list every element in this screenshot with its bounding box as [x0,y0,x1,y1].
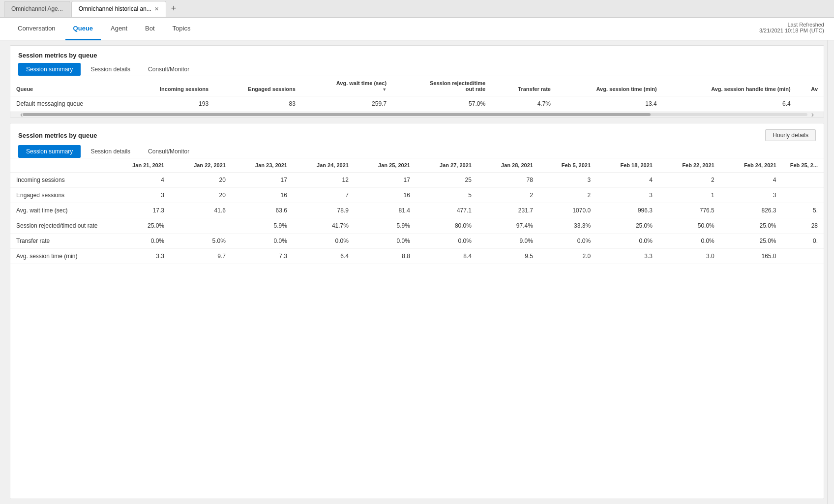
metric-cell-0-1: 20 [170,173,232,188]
col-avg-handle: Avg. session handle time (min) [663,76,797,96]
scroll-right-icon[interactable]: › [811,110,814,118]
metric-cell-4-9: 0.0% [658,234,720,249]
top-sub-tabs: Session summary Session details Consult/… [10,63,824,76]
metric-cell-5-6: 9.5 [477,249,539,264]
sub-tab-session-details-bottom[interactable]: Session details [83,145,138,158]
metric-cell-4-1: 5.0% [170,234,232,249]
metric-cell-1-11 [782,188,824,203]
cell-avg-handle: 6.4 [663,96,797,112]
cell-transfer: 4.7% [491,96,557,112]
top-table-wrap: Queue Incoming sessions Engaged sessions… [10,76,824,112]
sub-tab-session-summary-bottom[interactable]: Session summary [18,145,81,158]
metric-cell-4-6: 9.0% [477,234,539,249]
cell-rejected: 57.0% [392,96,491,112]
metric-cell-0-5: 25 [416,173,477,188]
metric-cell-1-7: 2 [539,188,596,203]
metric-cell-4-2: 0.0% [232,234,293,249]
metric-cell-1-8: 3 [596,188,658,203]
bottom-sub-tabs: Session summary Session details Consult/… [10,145,824,158]
right-scrollbar[interactable] [827,40,834,504]
col-incoming: Incoming sessions [126,76,214,96]
metric-cell-1-9: 1 [658,188,720,203]
table-row: Transfer rate0.0%5.0%0.0%0.0%0.0%0.0%9.0… [10,234,824,249]
bottom-card-title: Session metrics by queue [18,132,97,139]
horizontal-scrollbar-top[interactable]: ‹ › [10,112,824,118]
cell-queue: Default messaging queue [10,96,126,112]
metric-cell-0-6: 78 [477,173,539,188]
metric-cell-3-4: 5.9% [355,218,416,234]
metric-cell-3-6: 97.4% [477,218,539,234]
metric-label-5: Avg. session time (min) [10,249,109,264]
metric-cell-0-8: 4 [596,173,658,188]
bottom-card-header: Session metrics by queue Hourly details [10,123,824,145]
metric-label-header [10,158,109,173]
sub-tab-consult-monitor-top[interactable]: Consult/Monitor [140,63,197,76]
metric-cell-4-0: 0.0% [109,234,170,249]
metric-cell-2-5: 477.1 [416,203,477,218]
date-col-8: Feb 18, 2021 [596,158,658,173]
metric-cell-0-2: 17 [232,173,293,188]
sub-tab-session-details-top[interactable]: Session details [83,63,138,76]
metric-cell-4-3: 0.0% [293,234,355,249]
date-col-11: Feb 25, 2... [782,158,824,173]
metric-cell-5-8: 3.3 [596,249,658,264]
sub-tab-consult-monitor-bottom[interactable]: Consult/Monitor [140,145,197,158]
bottom-card: Session metrics by queue Hourly details … [10,123,824,499]
metric-cell-1-2: 16 [232,188,293,203]
metric-cell-2-4: 81.4 [355,203,416,218]
top-card-title: Session metrics by queue [10,46,824,63]
metric-cell-3-11: 28 [782,218,824,234]
table-row: Incoming sessions42017121725783424 [10,173,824,188]
metric-cell-4-11: 0. [782,234,824,249]
tab-conversation[interactable]: Conversation [10,18,63,40]
cell-incoming: 193 [126,96,214,112]
scroll-track [23,113,807,116]
metric-label-4: Transfer rate [10,234,109,249]
metric-label-2: Avg. wait time (sec) [10,203,109,218]
close-tab-icon[interactable]: ✕ [154,6,159,12]
col-avg-session: Avg. session time (min) [557,76,663,96]
metric-cell-1-4: 16 [355,188,416,203]
metric-cell-4-5: 0.0% [416,234,477,249]
metric-cell-3-8: 25.0% [596,218,658,234]
metric-cell-4-7: 0.0% [539,234,596,249]
table-row: Engaged sessions32016716522313 [10,188,824,203]
metric-cell-0-7: 3 [539,173,596,188]
table-row: Avg. wait time (sec)17.341.663.678.981.4… [10,203,824,218]
metric-cell-2-8: 996.3 [596,203,658,218]
tab-queue[interactable]: Queue [65,18,101,40]
sub-tab-session-summary-top[interactable]: Session summary [18,63,81,76]
tab-topics[interactable]: Topics [165,18,199,40]
browser-tab-omnichannel-agent[interactable]: Omnichannel Age... [4,1,70,17]
metric-cell-5-3: 6.4 [293,249,355,264]
metric-cell-2-3: 78.9 [293,203,355,218]
date-col-2: Jan 23, 2021 [232,158,293,173]
metric-cell-0-4: 17 [355,173,416,188]
metric-cell-5-4: 8.8 [355,249,416,264]
tab-agent[interactable]: Agent [103,18,135,40]
metric-label-1: Engaged sessions [10,188,109,203]
date-col-10: Feb 24, 2021 [720,158,782,173]
browser-tab-omnichannel-historical[interactable]: Omnichannel historical an... ✕ [71,1,166,17]
metric-cell-5-7: 2.0 [539,249,596,264]
metric-cell-1-1: 20 [170,188,232,203]
tab-bot[interactable]: Bot [137,18,163,40]
date-col-6: Jan 28, 2021 [477,158,539,173]
top-card: Session metrics by queue Session summary… [10,45,824,118]
cell-avg-session: 13.4 [557,96,663,112]
add-tab-button[interactable]: + [167,3,180,14]
hourly-details-button[interactable]: Hourly details [765,129,816,141]
metric-cell-5-2: 7.3 [232,249,293,264]
bottom-table-wrap: Jan 21, 2021 Jan 22, 2021 Jan 23, 2021 J… [10,158,824,499]
metric-cell-0-3: 12 [293,173,355,188]
metric-cell-5-11 [782,249,824,264]
metric-cell-3-3: 41.7% [293,218,355,234]
date-col-5: Jan 27, 2021 [416,158,477,173]
metric-cell-3-2: 5.9% [232,218,293,234]
table-row: Avg. session time (min)3.39.77.36.48.88.… [10,249,824,264]
col-engaged: Engaged sessions [214,76,301,96]
metric-cell-0-11 [782,173,824,188]
metric-cell-3-10: 25.0% [720,218,782,234]
metric-cell-2-7: 1070.0 [539,203,596,218]
metric-cell-2-1: 41.6 [170,203,232,218]
